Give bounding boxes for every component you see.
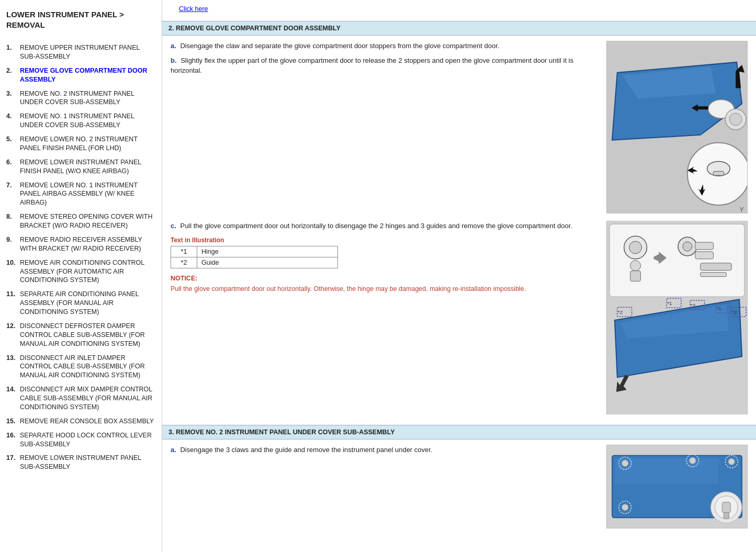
step-3a-para: a. Disengage the 3 claws and the guide a… [171, 445, 598, 455]
nav-item-label-5: REMOVE LOWER NO. 2 INSTRUMENT PANEL FINI… [20, 135, 155, 153]
notice-label: NOTICE: [171, 275, 598, 282]
step-3a-block: a. Disengage the 3 claws and the guide a… [171, 445, 748, 528]
step-a-para: a. Disengage the claw and separate the g… [171, 41, 598, 51]
nav-item-label-1: REMOVE UPPER INSTRUMENT PANEL SUB-ASSEMB… [20, 43, 155, 61]
nav-item-num-6: 6. [6, 158, 20, 167]
nav-item-num-2: 2. [6, 66, 20, 75]
sidebar-item-2[interactable]: 2.REMOVE GLOVE COMPARTMENT DOOR ASSEMBLY [4, 64, 157, 86]
svg-point-23 [683, 242, 692, 251]
svg-rect-55 [724, 513, 729, 519]
nav-item-label-13: DISCONNECT AIR INLET DAMPER CONTROL CABL… [20, 354, 155, 380]
sidebar-item-14[interactable]: 14.DISCONNECT AIR MIX DAMPER CONTROL CAB… [4, 383, 157, 414]
svg-text:*1: *1 [667, 300, 672, 306]
sidebar-item-7[interactable]: 7.REMOVE LOWER NO. 1 INSTRUMENT PANEL AI… [4, 179, 157, 210]
svg-rect-43 [615, 458, 719, 484]
sidebar-item-4[interactable]: 4.REMOVE NO. 1 INSTRUMENT PANEL UNDER CO… [4, 110, 157, 132]
nav-item-num-4: 4. [6, 112, 20, 121]
nav-item-num-13: 13. [6, 354, 20, 363]
svg-rect-16 [610, 224, 744, 297]
sidebar-item-11[interactable]: 11.SEPARATE AIR CONDITIONING PANEL ASSEM… [4, 288, 157, 319]
nav-item-num-1: 1. [6, 43, 20, 52]
section-2: 2. REMOVE GLOVE COMPARTMENT DOOR ASSEMBL… [162, 21, 756, 425]
nav-item-label-11: SEPARATE AIR CONDITIONING PANEL ASSEMBLY… [20, 290, 155, 317]
notice-text: Pull the glove compartment door out hori… [171, 284, 598, 294]
svg-text:Y: Y [739, 206, 744, 213]
sidebar-item-6[interactable]: 6.REMOVE LOWER INSTRUMENT PANEL FINISH P… [4, 156, 157, 178]
sidebar-item-16[interactable]: 16.SEPARATE HOOD LOCK CONTROL LEVER SUB-… [4, 429, 157, 451]
illus-val-2: Guide [197, 257, 338, 268]
step-c-label: c. [171, 222, 176, 230]
nav-item-num-16: 16. [6, 431, 20, 440]
sidebar-item-10[interactable]: 10.REMOVE AIR CONDITIONING CONTROL ASSEM… [4, 256, 157, 287]
sidebar-item-12[interactable]: 12.DISCONNECT DEFROSTER DAMPER CONTROL C… [4, 320, 157, 351]
svg-rect-24 [695, 242, 714, 250]
nav-item-label-15: REMOVE REAR CONSOLE BOX ASSEMBLY [20, 417, 154, 426]
nav-item-num-7: 7. [6, 181, 20, 190]
nav-item-label-17: REMOVE LOWER INSTRUMENT PANEL SUB-ASSEMB… [20, 454, 155, 471]
click-here-link[interactable]: Click here [171, 2, 748, 16]
nav-item-label-9: REMOVE RADIO RECEIVER ASSEMBLY WITH BRAC… [20, 235, 155, 253]
nav-item-num-11: 11. [6, 290, 20, 299]
sidebar-item-5[interactable]: 5.REMOVE LOWER NO. 2 INSTRUMENT PANEL FI… [4, 133, 157, 155]
section-2-header: 2. REMOVE GLOVE COMPARTMENT DOOR ASSEMBL… [162, 21, 756, 36]
svg-point-49 [728, 458, 735, 465]
step-3a-label: a. [171, 446, 176, 454]
step-3a-image-col [606, 445, 748, 528]
section-2-content: a. Disengage the claw and separate the g… [162, 41, 756, 425]
illus-label: Text in Illustration [171, 236, 598, 244]
nav-item-num-3: 3. [6, 89, 20, 98]
nav-item-num-9: 9. [6, 235, 20, 244]
nav-item-label-12: DISCONNECT DEFROSTER DAMPER CONTROL CABL… [20, 322, 155, 348]
step-c-image: *2 *1 *2 *1 [606, 221, 748, 414]
nav-item-label-14: DISCONNECT AIR MIX DAMPER CONTROL CABLE … [20, 385, 155, 412]
sidebar-nav: 1.REMOVE UPPER INSTRUMENT PANEL SUB-ASSE… [0, 36, 162, 474]
svg-rect-25 [695, 252, 714, 259]
svg-point-8 [729, 113, 742, 126]
svg-point-51 [622, 504, 628, 511]
sidebar-item-8[interactable]: 8.REMOVE STEREO OPENING COVER WITH BRACK… [4, 210, 157, 232]
step-ab-block: a. Disengage the claw and separate the g… [171, 41, 748, 213]
step-c-intro-text: Pull the glove compartment door out hori… [180, 222, 572, 230]
nav-item-num-14: 14. [6, 385, 20, 394]
step-ab-image: Y [606, 41, 748, 213]
illustration-table: *1Hinge*2Guide [171, 246, 338, 268]
step-c-block: c. Pull the glove compartment door out h… [171, 221, 748, 414]
svg-point-47 [690, 457, 696, 464]
svg-rect-27 [701, 273, 727, 277]
nav-item-num-8: 8. [6, 212, 20, 221]
svg-rect-54 [722, 502, 730, 513]
nav-item-label-8: REMOVE STEREO OPENING COVER WITH BRACKET… [20, 212, 155, 230]
sidebar-title: LOWER INSTRUMENT PANEL > REMOVAL [0, 5, 162, 36]
svg-point-19 [630, 261, 641, 271]
step-c-text: c. Pull the glove compartment door out h… [171, 221, 598, 294]
step-a-text: Disengage the claw and separate the glov… [180, 42, 499, 50]
illus-table-row-2: *2Guide [171, 257, 338, 268]
nav-item-label-16: SEPARATE HOOD LOCK CONTROL LEVER SUB-ASS… [20, 431, 155, 449]
step-b-text: Slightly flex the upper part of the glov… [171, 57, 573, 75]
sidebar-item-1[interactable]: 1.REMOVE UPPER INSTRUMENT PANEL SUB-ASSE… [4, 41, 157, 63]
illus-key-1: *1 [171, 246, 197, 257]
step-ab-text: a. Disengage the claw and separate the g… [171, 41, 598, 213]
sidebar-item-15[interactable]: 15.REMOVE REAR CONSOLE BOX ASSEMBLY [4, 415, 157, 428]
nav-item-label-6: REMOVE LOWER INSTRUMENT PANEL FINISH PAN… [20, 158, 155, 176]
step-ab-image-col: Y [606, 41, 748, 213]
step-c-row: c. Pull the glove compartment door out h… [171, 221, 748, 414]
sidebar-item-13[interactable]: 13.DISCONNECT AIR INLET DAMPER CONTROL C… [4, 352, 157, 382]
svg-text:*2: *2 [618, 309, 623, 315]
step-b-label: b. [171, 57, 177, 64]
section-3: 3. REMOVE NO. 2 INSTRUMENT PANEL UNDER C… [162, 425, 756, 546]
nav-item-num-12: 12. [6, 322, 20, 331]
nav-item-label-7: REMOVE LOWER NO. 1 INSTRUMENT PANEL AIRB… [20, 181, 155, 208]
sidebar-item-9[interactable]: 9.REMOVE RADIO RECEIVER ASSEMBLY WITH BR… [4, 233, 157, 255]
sidebar-item-3[interactable]: 3.REMOVE NO. 2 INSTRUMENT PANEL UNDER CO… [4, 87, 157, 109]
sidebar: LOWER INSTRUMENT PANEL > REMOVAL 1.REMOV… [0, 0, 162, 552]
svg-point-45 [622, 460, 628, 466]
section-3-header: 3. REMOVE NO. 2 INSTRUMENT PANEL UNDER C… [162, 425, 756, 440]
nav-item-num-10: 10. [6, 258, 20, 267]
sidebar-item-17[interactable]: 17.REMOVE LOWER INSTRUMENT PANEL SUB-ASS… [4, 452, 157, 474]
svg-text:*1: *1 [716, 306, 721, 311]
main-content: Click here 2. REMOVE GLOVE COMPARTMENT D… [162, 0, 756, 552]
svg-text:*2: *2 [691, 302, 696, 308]
illus-key-2: *2 [171, 257, 197, 268]
step-b-para: b. Slightly flex the upper part of the g… [171, 55, 598, 76]
